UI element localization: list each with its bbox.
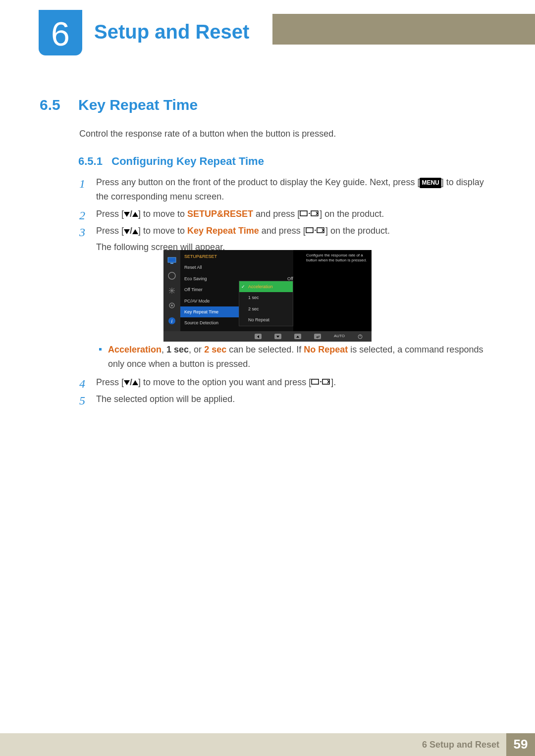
step-number: 4 xyxy=(79,374,85,393)
up-arrow-icon xyxy=(132,380,138,385)
step-text: ] on the product. xyxy=(325,226,390,236)
size-icon xyxy=(167,286,177,295)
step-text: ] to move to xyxy=(138,226,187,236)
enter-icon xyxy=(306,227,325,234)
osd-nav-power-icon xyxy=(358,334,363,339)
step-text: The selected option will be applied. xyxy=(96,394,235,404)
chapter-number-badge: 6 xyxy=(39,10,82,55)
step-text: Press [ xyxy=(96,209,124,219)
footer-page-number: 59 xyxy=(506,733,535,756)
subsection-heading: 6.5.1 Configuring Key Repeat Time xyxy=(78,152,264,170)
subsection-number: 6.5.1 xyxy=(78,155,103,167)
osd-nav-up-icon xyxy=(294,334,301,339)
step-5: 5 The selected option will be applied. xyxy=(79,392,487,406)
down-arrow-icon xyxy=(124,229,130,234)
step-number: 5 xyxy=(79,391,85,410)
step-number: 1 xyxy=(79,174,85,193)
up-arrow-icon xyxy=(132,229,138,234)
step-number: 2 xyxy=(79,206,85,225)
osd-panel-title: SETUP&RESET xyxy=(180,250,293,262)
step-text: and press [ xyxy=(253,209,300,219)
step-text: ] to move to the option you want and pre… xyxy=(138,377,311,387)
highlight-setup-reset: SETUP&RESET xyxy=(187,209,253,219)
svg-text:i: i xyxy=(171,318,173,324)
step-text: ] on the product. xyxy=(320,209,384,219)
option-1sec: 1 sec xyxy=(166,345,189,354)
menu-button-label: MENU xyxy=(420,178,441,188)
step-text: ]. xyxy=(331,377,336,387)
osd-submenu-item-selected: ✓Acceleration xyxy=(239,281,293,292)
osd-nav-left-icon xyxy=(255,334,262,339)
step-text: Press [ xyxy=(96,377,124,387)
svg-rect-5 xyxy=(170,263,173,264)
page-footer: 6 Setup and Reset 59 xyxy=(0,733,535,756)
color-icon xyxy=(167,271,177,280)
svg-rect-3 xyxy=(317,228,324,233)
osd-nav-enter-icon xyxy=(314,334,321,339)
down-arrow-icon xyxy=(124,212,130,217)
step-text: ] to move to xyxy=(138,209,187,219)
highlight-key-repeat: Key Repeat Time xyxy=(187,226,259,236)
svg-rect-0 xyxy=(300,211,307,216)
svg-rect-2 xyxy=(306,228,313,233)
svg-point-6 xyxy=(168,272,175,279)
osd-submenu-item: 2 sec xyxy=(239,303,293,314)
svg-rect-1 xyxy=(311,211,318,216)
section-number: 6.5 xyxy=(40,93,60,117)
option-2sec: 2 sec xyxy=(204,345,226,354)
section-title: Key Repeat Time xyxy=(78,93,198,117)
info-icon: i xyxy=(167,316,177,325)
step-text: Press [ xyxy=(96,226,124,236)
osd-nav-auto-label: AUTO xyxy=(334,333,345,340)
step-4: 4 Press [/] to move to the option you wa… xyxy=(79,375,487,390)
step-number: 3 xyxy=(79,223,85,242)
step-1: 1 Press any button on the front of the p… xyxy=(79,175,487,204)
osd-nav-down-icon xyxy=(274,334,281,339)
up-arrow-icon xyxy=(132,212,138,217)
osd-menu-item: Reset All xyxy=(180,262,293,273)
osd-submenu: ✓Acceleration 1 sec 2 sec No Repeat xyxy=(239,281,293,326)
footer-chapter-label: 6 Setup and Reset xyxy=(422,738,499,752)
section-intro: Control the response rate of a button wh… xyxy=(79,127,487,141)
osd-description: Configure the response rate of a button … xyxy=(306,253,369,263)
step-2: 2 Press [/] to move to SETUP&RESET and p… xyxy=(79,207,487,221)
header-accent-bar xyxy=(272,14,535,45)
enter-icon xyxy=(311,378,331,385)
option-acceleration: Acceleration xyxy=(108,345,161,354)
svg-point-8 xyxy=(171,304,173,306)
step-text: Press any button on the front of the pro… xyxy=(96,177,420,187)
svg-rect-13 xyxy=(312,379,319,384)
chapter-title: Setup and Reset xyxy=(94,16,249,48)
osd-sidebar: i xyxy=(163,250,180,331)
svg-rect-14 xyxy=(322,379,329,384)
bullet-item: Acceleration, 1 sec, or 2 sec can be sel… xyxy=(79,343,487,371)
down-arrow-icon xyxy=(124,380,130,385)
osd-navbar: AUTO xyxy=(163,331,372,342)
svg-rect-4 xyxy=(168,257,176,262)
osd-submenu-item: 1 sec xyxy=(239,292,293,303)
osd-submenu-item: No Repeat xyxy=(239,314,293,325)
setup-icon xyxy=(167,301,177,310)
monitor-icon xyxy=(167,256,177,265)
subsection-title: Configuring Key Repeat Time xyxy=(111,155,264,167)
enter-icon xyxy=(300,210,320,217)
option-no-repeat: No Repeat xyxy=(304,345,348,354)
step-text: and press [ xyxy=(259,226,306,236)
osd-screenshot: i SETUP&RESET Reset All Eco SavingOff Of… xyxy=(163,250,372,342)
